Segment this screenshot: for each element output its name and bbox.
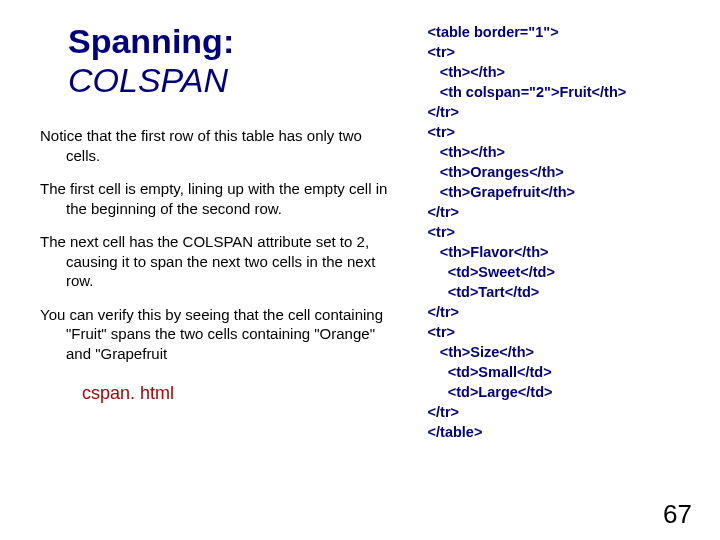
- right-column: <table border="1"> <tr> <th></th> <th co…: [418, 0, 720, 540]
- title-line-1: Spanning:: [68, 22, 400, 61]
- title-line-2: COLSPAN: [68, 61, 400, 100]
- page-number: 67: [663, 499, 692, 530]
- slide-title: Spanning: COLSPAN: [68, 22, 400, 100]
- paragraph-1: Notice that the first row of this table …: [40, 126, 400, 165]
- paragraph-4: You can verify this by seeing that the c…: [40, 305, 400, 364]
- slide-container: Spanning: COLSPAN Notice that the first …: [0, 0, 720, 540]
- left-column: Spanning: COLSPAN Notice that the first …: [0, 0, 418, 540]
- example-link: cspan. html: [82, 383, 400, 404]
- body-text: Notice that the first row of this table …: [40, 126, 400, 363]
- paragraph-2: The first cell is empty, lining up with …: [40, 179, 400, 218]
- code-block: <table border="1"> <tr> <th></th> <th co…: [428, 22, 702, 442]
- paragraph-3: The next cell has the COLSPAN attribute …: [40, 232, 400, 291]
